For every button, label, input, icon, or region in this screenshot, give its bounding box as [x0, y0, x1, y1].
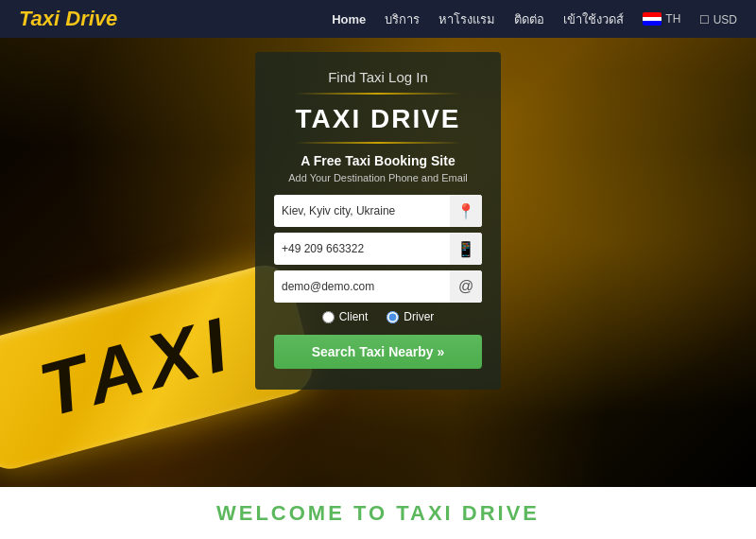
navbar: Taxi Drive Home บริการ หาโรงแรม ติดต่อ เ… — [0, 0, 756, 38]
divider-top — [295, 93, 461, 95]
language-label: TH — [665, 12, 680, 26]
bottom-section: WELCOME TO TAXI DRIVE — [0, 487, 756, 539]
search-taxi-button[interactable]: Search Taxi Nearby » — [274, 335, 482, 369]
phone-input[interactable] — [274, 235, 450, 262]
currency-selector[interactable]: ☐ USD — [699, 13, 737, 26]
client-label: Client — [339, 310, 369, 323]
hero-section: TAXI Find Taxi Log In TAXI DRIVE A Free … — [0, 0, 756, 487]
nav-login[interactable]: เข้าใช้งวดส์ — [563, 12, 624, 26]
language-selector[interactable]: TH — [643, 12, 680, 26]
form-panel: Find Taxi Log In TAXI DRIVE A Free Taxi … — [255, 52, 501, 390]
divider-bottom — [295, 142, 461, 144]
driver-label: Driver — [404, 310, 434, 323]
phone-icon: 📱 — [450, 233, 482, 265]
user-type-radio-group: Client Driver — [274, 310, 482, 323]
location-icon: 📍 — [450, 195, 482, 227]
client-radio[interactable] — [322, 311, 335, 323]
form-subtitle: A Free Taxi Booking Site — [274, 153, 482, 168]
email-input-group: @ — [274, 270, 482, 303]
client-radio-label[interactable]: Client — [322, 310, 369, 323]
welcome-title: WELCOME TO TAXI DRIVE — [216, 501, 540, 526]
form-brand-title: TAXI DRIVE — [274, 104, 482, 134]
driver-radio[interactable] — [387, 311, 399, 323]
driver-radio-label[interactable]: Driver — [387, 310, 434, 323]
nav-home[interactable]: Home — [332, 12, 366, 26]
form-sub-desc: Add Your Destination Phone and Email — [274, 172, 482, 183]
navbar-nav: Home บริการ หาโรงแรม ติดต่อ เข้าใช้งวดส์… — [332, 9, 737, 29]
taxi-sign-text: TAXI — [31, 300, 244, 435]
phone-input-group: 📱 — [274, 233, 482, 265]
destination-input-group: 📍 — [274, 195, 482, 227]
email-icon: @ — [450, 270, 482, 303]
email-input[interactable] — [274, 273, 450, 300]
find-title: Find Taxi Log In — [274, 69, 482, 85]
navbar-brand[interactable]: Taxi Drive — [19, 7, 117, 31]
nav-service[interactable]: บริการ — [385, 12, 420, 26]
flag-icon — [643, 12, 662, 26]
destination-input[interactable] — [274, 198, 450, 224]
nav-contact[interactable]: ติดต่อ — [514, 12, 544, 26]
nav-hotel[interactable]: หาโรงแรม — [438, 12, 495, 26]
